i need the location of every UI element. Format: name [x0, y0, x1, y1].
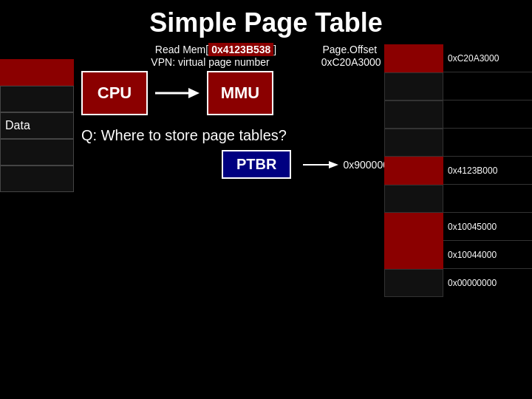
mem-row-4: 0x4123B000	[384, 157, 532, 185]
mem-block-0	[384, 44, 443, 72]
svg-marker-3	[329, 161, 338, 168]
svg-marker-1	[188, 88, 200, 98]
mem-row-3	[384, 129, 532, 157]
right-memory-panel: 0xC20A3000 0x4123B000 0x10045000 0x10044…	[384, 44, 532, 297]
mem-block-7	[384, 241, 443, 269]
read-mem-label: Read Mem[	[155, 44, 208, 55]
page-title: Simple Page Table	[0, 0, 532, 43]
mem-row-0: 0xC20A3000	[384, 44, 532, 72]
left-memory-panel: Data	[0, 59, 74, 192]
mem-row-8: 0x00000000	[384, 269, 532, 297]
mem-row-5	[384, 185, 532, 213]
cpu-box: CPU	[81, 71, 148, 115]
mem-block-5	[384, 185, 443, 213]
mem-block-8	[384, 269, 443, 297]
memory-address: 0x4123B538	[208, 43, 273, 56]
mem-row-2	[384, 100, 532, 129]
vpn-label: VPN: virtual page number	[151, 56, 269, 68]
mem-block-4	[384, 157, 443, 185]
cpu-mmu-section: CPU MMU	[81, 71, 377, 115]
ptbr-arrow-icon	[303, 157, 340, 172]
mem-label-0: 0xC20A3000	[443, 53, 499, 64]
mem-row-7: 0x10044000	[384, 241, 532, 269]
ptbr-box: PTBR	[222, 150, 291, 179]
mmu-box: MMU	[207, 71, 273, 115]
bracket-close: ]	[273, 44, 276, 55]
mem-block-2	[384, 100, 443, 129]
data-label: Data	[5, 119, 30, 132]
mem-block-3	[384, 129, 443, 157]
left-block-3	[0, 139, 74, 166]
left-block-data: Data	[0, 112, 74, 139]
page-offset-label: Page.Offset	[322, 44, 377, 55]
mem-label-8: 0x00000000	[443, 278, 497, 288]
mem-label-4: 0x4123B000	[443, 166, 497, 176]
left-block-1	[0, 59, 74, 86]
mem-row-6: 0x10045000	[384, 213, 532, 241]
cpu-to-mmu-arrow	[155, 82, 200, 104]
mem-row-1	[384, 72, 532, 100]
mem-label-6: 0x10045000	[443, 222, 497, 232]
left-block-2	[0, 86, 74, 112]
left-block-4	[0, 166, 74, 192]
mem-block-6	[384, 213, 443, 241]
mem-label-7: 0x10044000	[443, 250, 497, 260]
q-label: Q: Where to store page tables?	[81, 127, 287, 144]
mem-block-1	[384, 72, 443, 100]
oxc20-inline: 0xC20A3000	[321, 56, 381, 68]
